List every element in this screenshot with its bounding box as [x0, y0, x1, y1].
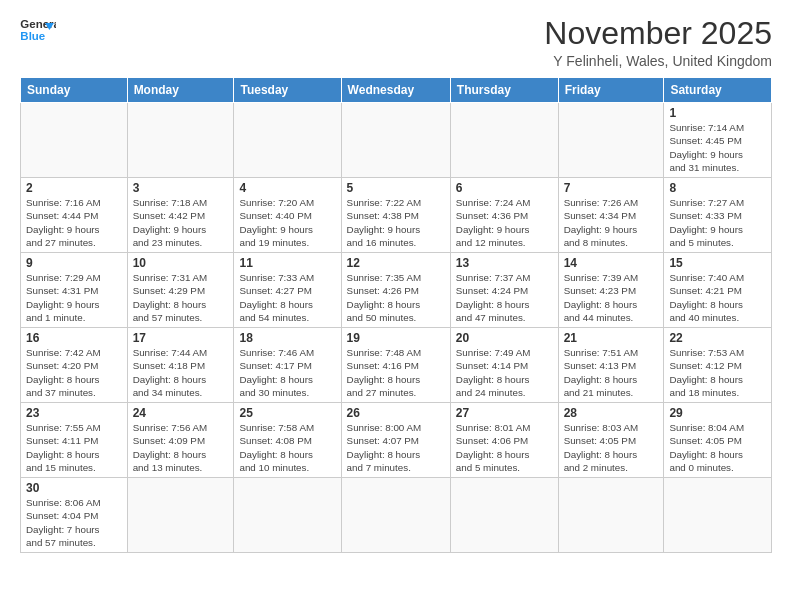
table-row: 29Sunrise: 8:04 AM Sunset: 4:05 PM Dayli… — [664, 403, 772, 478]
day-info: Sunrise: 7:31 AM Sunset: 4:29 PM Dayligh… — [133, 271, 229, 324]
calendar-row: 23Sunrise: 7:55 AM Sunset: 4:11 PM Dayli… — [21, 403, 772, 478]
calendar: Sunday Monday Tuesday Wednesday Thursday… — [20, 77, 772, 553]
table-row: 17Sunrise: 7:44 AM Sunset: 4:18 PM Dayli… — [127, 328, 234, 403]
day-number: 27 — [456, 406, 553, 420]
header-monday: Monday — [127, 78, 234, 103]
day-info: Sunrise: 7:49 AM Sunset: 4:14 PM Dayligh… — [456, 346, 553, 399]
table-row: 6Sunrise: 7:24 AM Sunset: 4:36 PM Daylig… — [450, 178, 558, 253]
day-info: Sunrise: 7:33 AM Sunset: 4:27 PM Dayligh… — [239, 271, 335, 324]
table-row: 14Sunrise: 7:39 AM Sunset: 4:23 PM Dayli… — [558, 253, 664, 328]
day-info: Sunrise: 7:53 AM Sunset: 4:12 PM Dayligh… — [669, 346, 766, 399]
day-info: Sunrise: 7:46 AM Sunset: 4:17 PM Dayligh… — [239, 346, 335, 399]
table-row — [127, 478, 234, 553]
header-saturday: Saturday — [664, 78, 772, 103]
table-row — [558, 478, 664, 553]
table-row: 4Sunrise: 7:20 AM Sunset: 4:40 PM Daylig… — [234, 178, 341, 253]
table-row: 20Sunrise: 7:49 AM Sunset: 4:14 PM Dayli… — [450, 328, 558, 403]
day-info: Sunrise: 7:27 AM Sunset: 4:33 PM Dayligh… — [669, 196, 766, 249]
day-info: Sunrise: 8:06 AM Sunset: 4:04 PM Dayligh… — [26, 496, 122, 549]
day-number: 8 — [669, 181, 766, 195]
day-info: Sunrise: 7:58 AM Sunset: 4:08 PM Dayligh… — [239, 421, 335, 474]
table-row: 11Sunrise: 7:33 AM Sunset: 4:27 PM Dayli… — [234, 253, 341, 328]
day-info: Sunrise: 7:14 AM Sunset: 4:45 PM Dayligh… — [669, 121, 766, 174]
day-number: 7 — [564, 181, 659, 195]
day-info: Sunrise: 8:00 AM Sunset: 4:07 PM Dayligh… — [347, 421, 445, 474]
table-row — [341, 103, 450, 178]
table-row — [558, 103, 664, 178]
day-number: 12 — [347, 256, 445, 270]
table-row: 19Sunrise: 7:48 AM Sunset: 4:16 PM Dayli… — [341, 328, 450, 403]
day-info: Sunrise: 7:26 AM Sunset: 4:34 PM Dayligh… — [564, 196, 659, 249]
day-number: 26 — [347, 406, 445, 420]
calendar-row: 9Sunrise: 7:29 AM Sunset: 4:31 PM Daylig… — [21, 253, 772, 328]
day-number: 21 — [564, 331, 659, 345]
day-info: Sunrise: 7:35 AM Sunset: 4:26 PM Dayligh… — [347, 271, 445, 324]
page: General Blue November 2025 Y Felinheli, … — [0, 0, 792, 563]
header: General Blue November 2025 Y Felinheli, … — [20, 16, 772, 69]
table-row — [234, 103, 341, 178]
table-row: 3Sunrise: 7:18 AM Sunset: 4:42 PM Daylig… — [127, 178, 234, 253]
table-row — [21, 103, 128, 178]
day-number: 14 — [564, 256, 659, 270]
calendar-row: 16Sunrise: 7:42 AM Sunset: 4:20 PM Dayli… — [21, 328, 772, 403]
table-row — [450, 478, 558, 553]
day-info: Sunrise: 7:20 AM Sunset: 4:40 PM Dayligh… — [239, 196, 335, 249]
day-info: Sunrise: 7:55 AM Sunset: 4:11 PM Dayligh… — [26, 421, 122, 474]
table-row: 8Sunrise: 7:27 AM Sunset: 4:33 PM Daylig… — [664, 178, 772, 253]
calendar-row: 2Sunrise: 7:16 AM Sunset: 4:44 PM Daylig… — [21, 178, 772, 253]
table-row — [127, 103, 234, 178]
day-number: 24 — [133, 406, 229, 420]
day-info: Sunrise: 8:03 AM Sunset: 4:05 PM Dayligh… — [564, 421, 659, 474]
day-number: 11 — [239, 256, 335, 270]
calendar-row: 30Sunrise: 8:06 AM Sunset: 4:04 PM Dayli… — [21, 478, 772, 553]
table-row: 23Sunrise: 7:55 AM Sunset: 4:11 PM Dayli… — [21, 403, 128, 478]
day-number: 1 — [669, 106, 766, 120]
day-info: Sunrise: 7:40 AM Sunset: 4:21 PM Dayligh… — [669, 271, 766, 324]
table-row: 10Sunrise: 7:31 AM Sunset: 4:29 PM Dayli… — [127, 253, 234, 328]
day-info: Sunrise: 7:56 AM Sunset: 4:09 PM Dayligh… — [133, 421, 229, 474]
logo-icon: General Blue — [20, 16, 56, 46]
day-info: Sunrise: 7:51 AM Sunset: 4:13 PM Dayligh… — [564, 346, 659, 399]
header-wednesday: Wednesday — [341, 78, 450, 103]
table-row: 2Sunrise: 7:16 AM Sunset: 4:44 PM Daylig… — [21, 178, 128, 253]
day-number: 19 — [347, 331, 445, 345]
day-number: 3 — [133, 181, 229, 195]
day-info: Sunrise: 7:22 AM Sunset: 4:38 PM Dayligh… — [347, 196, 445, 249]
day-number: 2 — [26, 181, 122, 195]
day-number: 9 — [26, 256, 122, 270]
title-block: November 2025 Y Felinheli, Wales, United… — [544, 16, 772, 69]
day-number: 25 — [239, 406, 335, 420]
table-row: 30Sunrise: 8:06 AM Sunset: 4:04 PM Dayli… — [21, 478, 128, 553]
location: Y Felinheli, Wales, United Kingdom — [544, 53, 772, 69]
table-row — [664, 478, 772, 553]
table-row: 13Sunrise: 7:37 AM Sunset: 4:24 PM Dayli… — [450, 253, 558, 328]
day-number: 20 — [456, 331, 553, 345]
day-number: 6 — [456, 181, 553, 195]
table-row: 15Sunrise: 7:40 AM Sunset: 4:21 PM Dayli… — [664, 253, 772, 328]
day-number: 10 — [133, 256, 229, 270]
day-number: 13 — [456, 256, 553, 270]
day-number: 16 — [26, 331, 122, 345]
day-number: 18 — [239, 331, 335, 345]
day-number: 4 — [239, 181, 335, 195]
header-tuesday: Tuesday — [234, 78, 341, 103]
table-row: 18Sunrise: 7:46 AM Sunset: 4:17 PM Dayli… — [234, 328, 341, 403]
day-info: Sunrise: 7:44 AM Sunset: 4:18 PM Dayligh… — [133, 346, 229, 399]
day-info: Sunrise: 7:39 AM Sunset: 4:23 PM Dayligh… — [564, 271, 659, 324]
day-number: 15 — [669, 256, 766, 270]
svg-text:Blue: Blue — [20, 30, 45, 42]
calendar-row: 1Sunrise: 7:14 AM Sunset: 4:45 PM Daylig… — [21, 103, 772, 178]
logo: General Blue — [20, 16, 56, 46]
table-row: 1Sunrise: 7:14 AM Sunset: 4:45 PM Daylig… — [664, 103, 772, 178]
table-row: 22Sunrise: 7:53 AM Sunset: 4:12 PM Dayli… — [664, 328, 772, 403]
table-row — [450, 103, 558, 178]
day-number: 23 — [26, 406, 122, 420]
day-info: Sunrise: 8:04 AM Sunset: 4:05 PM Dayligh… — [669, 421, 766, 474]
day-info: Sunrise: 7:42 AM Sunset: 4:20 PM Dayligh… — [26, 346, 122, 399]
day-number: 28 — [564, 406, 659, 420]
table-row: 28Sunrise: 8:03 AM Sunset: 4:05 PM Dayli… — [558, 403, 664, 478]
table-row: 27Sunrise: 8:01 AM Sunset: 4:06 PM Dayli… — [450, 403, 558, 478]
table-row — [234, 478, 341, 553]
table-row: 7Sunrise: 7:26 AM Sunset: 4:34 PM Daylig… — [558, 178, 664, 253]
day-number: 29 — [669, 406, 766, 420]
